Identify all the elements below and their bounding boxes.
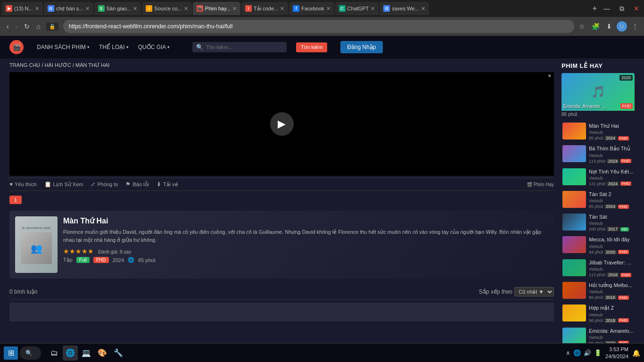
tab-close-fb[interactable]: ✕	[326, 6, 330, 12]
chevron-up-icon[interactable]: ∧	[566, 349, 570, 356]
taskbar-app-paint[interactable]: 🎨	[95, 346, 110, 361]
tab-favicon-san: S	[98, 5, 105, 12]
sidebar-movie-title: Tàn Sát 2	[589, 191, 634, 197]
video-player[interactable]: ▶ ✕	[9, 72, 554, 176]
tab-close-chatgpt[interactable]: ✕	[371, 6, 375, 12]
start-button[interactable]: ⊞	[4, 346, 18, 360]
browser-tab-saves[interactable]: Gsaves We...✕	[380, 2, 429, 15]
profile-button[interactable]: U	[617, 21, 627, 32]
tab-close-yt[interactable]: ✕	[35, 6, 39, 12]
download-icon[interactable]: ⬇	[604, 21, 614, 32]
report-button[interactable]: ⚑ Báo lỗi	[125, 181, 149, 188]
quality-badge: FHD	[618, 136, 628, 140]
nav-item-danh-sach-phim[interactable]: DANH SÁCH PHIM ▾	[33, 42, 93, 52]
sidebar-movie-info: Mecca, tôi tới đây Vietsub 94 phút 2020 …	[589, 236, 634, 254]
maximize-button[interactable]: ⧉	[617, 5, 627, 13]
back-button[interactable]: ‹	[4, 21, 12, 32]
home-button[interactable]: ⌂	[33, 21, 43, 32]
sidebar-movie-title: Nợi Tình Yêu Kết...	[589, 168, 634, 175]
play-button[interactable]: ▶	[270, 112, 294, 136]
search-input[interactable]	[206, 44, 283, 50]
sidebar-movie-item[interactable]: Mecca, tôi tới đây Vietsub 94 phút 2020 …	[561, 235, 635, 255]
browser-tab-cho[interactable]: Gchợ bán s...✕	[44, 2, 93, 15]
close-button[interactable]: ✕	[631, 5, 642, 12]
sidebar-movie-title: Màn Thứ Hai	[589, 123, 634, 129]
site-logo[interactable]: 🎬	[9, 40, 24, 54]
reload-button[interactable]: ↻	[21, 21, 33, 32]
quality-badge: FHD	[618, 318, 628, 322]
tab-close-san[interactable]: ✕	[133, 6, 137, 12]
taskbar-right: ∧ 🌐 🔊 🔋 3:53 PM 24/9/2024 🔔	[566, 346, 640, 360]
notification-icon[interactable]: 🔔	[632, 349, 640, 357]
taskbar-clock[interactable]: 3:53 PM 24/9/2024	[605, 346, 628, 360]
minimize-button[interactable]: —	[601, 5, 613, 12]
quality-badge: FHD	[620, 159, 631, 163]
new-tab-button[interactable]: +	[590, 4, 600, 13]
window-controls: — ⧉ ✕	[601, 5, 642, 13]
url-bar[interactable]	[63, 20, 574, 33]
movie-meta: Tập Full FHD 2024 🌐 85 phút	[63, 257, 548, 263]
sidebar-movie-item[interactable]: Hồi tưởng Melbo... Vietsub 86 phút 2016 …	[561, 281, 635, 301]
nav-item-the-loai[interactable]: THỂ LOẠI ▾	[95, 42, 132, 52]
ads-close-button[interactable]: ✕	[546, 73, 553, 79]
sidebar-movie-item[interactable]: Màn Thứ Hai Vietsub 85 phút 2024 FHD	[561, 122, 635, 141]
quality-badge: FHD	[620, 181, 631, 186]
forward-button[interactable]: ›	[13, 21, 21, 32]
sidebar-featured-movie[interactable]: 🎵 Emicida: Amarelo .... FHD 2020 86 phút	[561, 73, 635, 118]
browser-tab-chatgpt[interactable]: CChatGPT✕	[335, 2, 379, 15]
search-button[interactable]: Tìm kiếm	[296, 42, 327, 52]
taskbar-search[interactable]: 🔍	[20, 346, 41, 360]
browser-tab-tai[interactable]: !Tải code...✕	[241, 2, 288, 15]
browser-tab-phim[interactable]: 🎬Phim hay...✕	[193, 2, 240, 15]
tab-close-source[interactable]: ✕	[184, 6, 188, 12]
browser-tab-fb[interactable]: fFacebook✕	[289, 2, 334, 15]
volume-icon[interactable]: 🔊	[584, 349, 591, 356]
sidebar-movie-item[interactable]: Tàn Sát 2 Vietsub 85 phút 2024 FHD	[561, 190, 635, 210]
tab-close-tai[interactable]: ✕	[280, 6, 284, 12]
sidebar-movie-item[interactable]: Hợp mặt Z Vietsub 96 phút 2018 FHD	[561, 304, 635, 323]
quality-badge: HD	[620, 227, 629, 231]
featured-year-badge: 2020	[619, 75, 633, 81]
sidebar-movie-info: Bà Thím Bảo Thủ Vietsub 113 phút 2024 FH…	[589, 145, 634, 163]
sidebar-movie-item[interactable]: Jilbab Traveller: Ti... Vietsub 112 phút…	[561, 258, 635, 278]
sidebar-movie-meta: Vietsub	[589, 153, 634, 158]
sidebar-movie-item[interactable]: Bà Thím Bảo Thủ Vietsub 113 phút 2024 FH…	[561, 144, 635, 164]
extensions-icon[interactable]: 🧩	[590, 21, 602, 32]
sidebar-movie-meta-2: 100 phút 2017 HD	[589, 227, 634, 231]
bookmark-star-icon[interactable]: ☆	[577, 21, 587, 32]
taskbar-app-settings[interactable]: 🔧	[111, 346, 126, 361]
sidebar-movie-item[interactable]: Nợi Tình Yêu Kết... Vietsub 131 phút 202…	[561, 167, 635, 187]
history-button[interactable]: 📋 Lịch Sử Xem	[44, 181, 83, 188]
browser-tab-source[interactable]: ⚡Source co...✕	[142, 2, 192, 15]
browser-tab-san[interactable]: SSàn giao...✕	[94, 2, 141, 15]
sidebar-movie-title: Emicida: Amarelo...	[589, 328, 634, 334]
tab-title-tai: Tải code...	[254, 6, 278, 12]
login-button[interactable]: Đăng Nhập	[340, 41, 382, 53]
sidebar-movie-item[interactable]: Tàn Sát Vietsub 100 phút 2017 HD	[561, 213, 635, 232]
tab-close-phim[interactable]: ✕	[232, 6, 237, 12]
nav-item-quoc-gia[interactable]: QUỐC GIA ▾	[134, 42, 174, 52]
fullscreen-button[interactable]: ⤢ Phóng to	[91, 181, 118, 188]
comment-input-area[interactable]	[9, 303, 554, 321]
sidebar-movie-title: Mecca, tôi tới đây	[589, 236, 634, 243]
comments-count: 0 bình luận	[9, 288, 38, 295]
sidebar-movie-meta-2: 131 phút 2024 FHD	[589, 181, 634, 186]
menu-icon[interactable]: ⋮	[630, 21, 640, 32]
featured-fhd-badge: FHD	[620, 103, 633, 109]
favorite-button[interactable]: ♥ Yêu thích	[9, 181, 37, 188]
tab-close-cho[interactable]: ✕	[85, 6, 90, 12]
episode-tab-1[interactable]: 1	[9, 196, 22, 204]
nav-bar: ‹ › ↻ ⌂ 🔒 ☆ 🧩 ⬇ U ⋮	[0, 17, 644, 36]
sort-dropdown[interactable]: Cũ nhất ▼ Mới nhất	[514, 287, 554, 296]
movie-details: Màn Thứ Hai Florence muốn giới thiệu Dav…	[63, 216, 548, 273]
taskbar-app-file-explorer[interactable]: 🗂	[47, 346, 62, 361]
sidebar-movie-thumb	[562, 214, 586, 230]
taskbar-app-browser[interactable]: 🌐	[63, 346, 78, 361]
tab-close-saves[interactable]: ✕	[421, 6, 425, 12]
browser-tab-yt[interactable]: ▶(13) N...✕	[2, 2, 43, 15]
taskbar-app-vscode[interactable]: 💻	[79, 346, 94, 361]
download-movie-button[interactable]: ⬇ Tải về	[157, 181, 178, 188]
sidebar-movie-thumb	[562, 236, 586, 253]
sidebar-movie-meta: Vietsub	[589, 176, 634, 181]
sidebar-movie-meta-2: 85 phút 2024 FHD	[589, 204, 634, 209]
